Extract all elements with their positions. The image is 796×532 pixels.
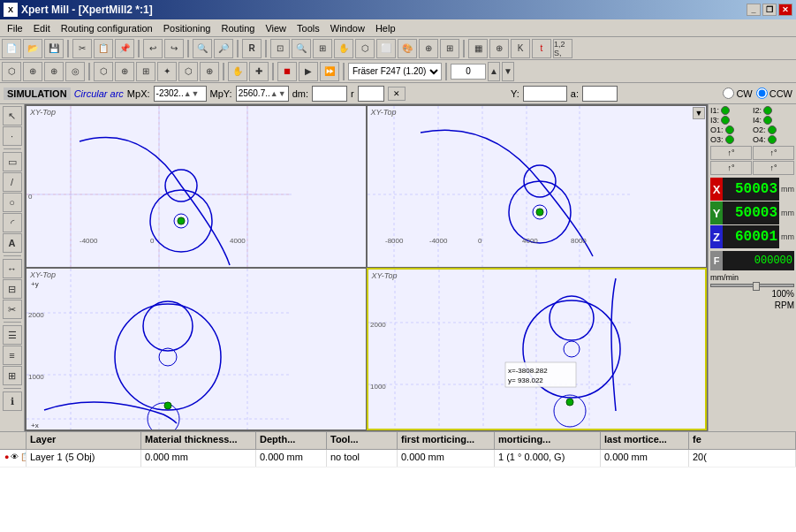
menu-window[interactable]: Window <box>325 21 370 35</box>
minimize-button[interactable]: _ <box>747 4 761 16</box>
tb-save[interactable]: 💾 <box>44 39 64 58</box>
lt-list2[interactable]: ≡ <box>3 346 22 365</box>
lt-rect[interactable]: ▭ <box>3 152 22 171</box>
tb-zoom-fit[interactable]: ⊡ <box>270 39 290 58</box>
y-input[interactable] <box>523 86 567 102</box>
tb-grid[interactable]: ⊞ <box>440 39 459 58</box>
tb-12s[interactable]: 1,2 S, <box>553 39 572 58</box>
lt-measure[interactable]: ↔ <box>3 259 22 278</box>
ccw-radio[interactable] <box>756 87 768 99</box>
tb-zoom-out[interactable]: 🔍 <box>292 39 311 58</box>
svg-text:0: 0 <box>28 193 33 201</box>
tb-paste[interactable]: 📌 <box>115 39 134 58</box>
lt-circle[interactable]: ○ <box>3 193 22 212</box>
icon-eye[interactable]: 👁 <box>11 452 19 461</box>
tb-zoom-window[interactable]: 🔍 <box>193 39 212 58</box>
tb-redo[interactable]: ↪ <box>164 39 184 58</box>
viewport-bottom-left[interactable]: XY-Top -1000 0 1 <box>26 268 367 430</box>
speed-up[interactable]: ▲ <box>488 62 500 81</box>
lt-info[interactable]: ℹ <box>3 391 22 411</box>
tb-3d[interactable]: ⬡ <box>355 39 375 58</box>
tb-wire[interactable]: ⬜ <box>376 39 396 58</box>
tb-io3[interactable]: K <box>511 39 530 58</box>
tb2-step[interactable]: ⏩ <box>320 62 339 81</box>
digi-btn-2[interactable]: ↑° <box>753 146 794 160</box>
dm-input[interactable] <box>312 86 347 102</box>
tb2-6[interactable]: ⊕ <box>115 62 134 81</box>
table-row: ● 👁 📋 ✏ ▣ Layer 1 (5 Obj) 0.000 mm 0.000… <box>0 450 796 467</box>
tool-selector[interactable]: Fräser F247 (1.20) <box>348 63 442 80</box>
tb-zoom-200[interactable]: ⊞ <box>313 39 332 58</box>
viewport-top-left[interactable]: XY-Top -4000 <box>26 105 367 268</box>
r-input[interactable] <box>358 86 384 102</box>
axis-z-wrapper: Z 60001 mm <box>710 225 794 248</box>
lt-list3[interactable]: ⊞ <box>3 366 22 385</box>
tb2-move[interactable]: ✚ <box>249 62 269 81</box>
tb-cut[interactable]: ✂ <box>72 39 92 58</box>
tb-render[interactable]: 🎨 <box>398 39 417 58</box>
menu-tools[interactable]: Tools <box>292 21 325 35</box>
digi-btn-1[interactable]: ↑° <box>710 146 752 160</box>
canvas-collapse-btn[interactable]: ▼ <box>693 107 705 119</box>
digi-btn-4[interactable]: ↑° <box>753 161 794 175</box>
tb-io4[interactable]: t <box>532 39 551 58</box>
tb-io1[interactable]: ▦ <box>468 39 488 58</box>
tb2-8[interactable]: ✦ <box>157 62 177 81</box>
digi-btn-3[interactable]: ↑° <box>710 161 752 175</box>
svg-text:-4000: -4000 <box>429 237 448 245</box>
svg-point-60 <box>550 296 594 340</box>
vp-tl-svg: -4000 0 4000 0 <box>27 106 366 267</box>
tb2-stop[interactable]: ⏹ <box>277 62 297 81</box>
td-depth: 0.000 mm <box>256 450 327 467</box>
lt-text[interactable]: A <box>3 233 22 253</box>
lt-line[interactable]: / <box>3 172 22 192</box>
viewport-bottom-right[interactable]: XY-Top <box>367 268 708 430</box>
tb-zoom-in[interactable]: 🔎 <box>214 39 233 58</box>
menu-help[interactable]: Help <box>370 21 401 35</box>
tb2-10[interactable]: ⊕ <box>200 62 219 81</box>
tb2-7[interactable]: ⊞ <box>136 62 155 81</box>
tb2-2[interactable]: ⊕ <box>23 62 42 81</box>
speed-input[interactable] <box>451 64 486 80</box>
tb2-5[interactable]: ⬡ <box>94 62 113 81</box>
tb-r[interactable]: R <box>242 39 262 58</box>
menu-routing-config[interactable]: Routing configuration <box>56 21 158 35</box>
mpx-input[interactable]: -2302.. ▲▼ <box>154 86 207 102</box>
lt-offset[interactable]: ⊟ <box>3 279 22 299</box>
viewport-top-right[interactable]: XY-Top -8000 -4000 0 4000 8 <box>367 105 708 268</box>
sim-close[interactable]: ✕ <box>388 87 406 101</box>
tb2-3[interactable]: ⊕ <box>44 62 64 81</box>
tb-pan[interactable]: ✋ <box>334 39 353 58</box>
menu-routing[interactable]: Routing <box>216 21 261 35</box>
lt-point[interactable]: · <box>3 126 22 146</box>
tb2-9[interactable]: ⬡ <box>178 62 198 81</box>
tb2-play[interactable]: ▶ <box>299 62 318 81</box>
a-input[interactable] <box>582 86 618 102</box>
close-button[interactable]: ✕ <box>778 4 792 16</box>
mpy-input[interactable]: 2560.7.. ▲▼ <box>236 86 289 102</box>
menu-view[interactable]: View <box>260 21 292 35</box>
tb-new[interactable]: 📄 <box>2 39 21 58</box>
tb-io2[interactable]: ⊕ <box>489 39 509 58</box>
restore-button[interactable]: ❐ <box>762 4 777 16</box>
speed-down[interactable]: ▼ <box>502 62 514 81</box>
tb-snap[interactable]: ⊕ <box>419 39 438 58</box>
digi-buttons: ↑° ↑° ↑° ↑° <box>710 146 794 175</box>
lt-list[interactable]: ☰ <box>3 325 22 345</box>
tb2-hand[interactable]: ✋ <box>228 62 247 81</box>
tb-copy[interactable]: 📋 <box>94 39 113 58</box>
feed-override-slider[interactable]: 100% <box>710 284 794 299</box>
lt-arc[interactable]: ◜ <box>3 213 22 232</box>
tb-undo[interactable]: ↩ <box>143 39 163 58</box>
menu-positioning[interactable]: Positioning <box>158 21 216 35</box>
lt-select[interactable]: ↖ <box>3 106 22 125</box>
tb2-1[interactable]: ⬡ <box>2 62 21 81</box>
svg-text:1000: 1000 <box>28 373 44 381</box>
lt-trim[interactable]: ✂ <box>3 300 22 319</box>
axis-z-label: Z <box>710 225 723 248</box>
menu-edit[interactable]: Edit <box>28 21 56 35</box>
tb2-4[interactable]: ◎ <box>65 62 85 81</box>
tb-open[interactable]: 📂 <box>23 39 42 58</box>
menu-file[interactable]: File <box>2 21 28 35</box>
cw-radio[interactable] <box>723 87 734 99</box>
